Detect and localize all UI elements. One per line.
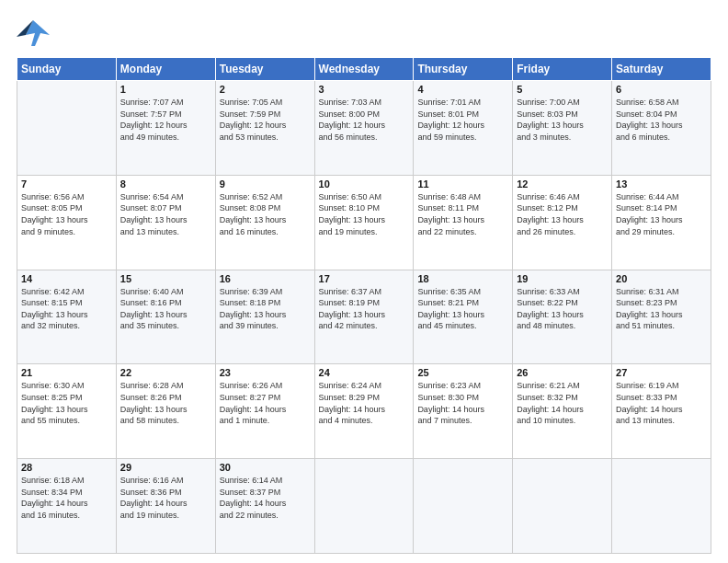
day-number: 27: [616, 367, 707, 378]
day-info: Sunrise: 6:31 AMSunset: 8:23 PMDaylight:…: [616, 286, 707, 332]
calendar-header: SundayMondayTuesdayWednesdayThursdayFrid…: [17, 58, 711, 81]
day-number: 26: [517, 367, 608, 378]
day-number: 25: [417, 367, 508, 378]
day-number: 1: [120, 84, 211, 95]
day-number: 10: [319, 178, 410, 190]
day-cell: 5Sunrise: 7:00 AMSunset: 8:03 PMDaylight…: [513, 81, 612, 176]
day-number: 14: [21, 273, 112, 284]
day-number: 11: [417, 178, 508, 190]
day-number: 3: [319, 84, 410, 95]
day-cell: 24Sunrise: 6:24 AMSunset: 8:29 PMDayligh…: [314, 364, 414, 459]
day-info: Sunrise: 6:18 AMSunset: 8:34 PMDaylight:…: [21, 475, 112, 521]
day-info: Sunrise: 6:30 AMSunset: 8:25 PMDaylight:…: [21, 380, 112, 426]
day-number: 5: [517, 84, 608, 95]
day-number: 30: [220, 462, 311, 473]
day-cell: 10Sunrise: 6:50 AMSunset: 8:10 PMDayligh…: [314, 175, 414, 270]
day-info: Sunrise: 7:05 AMSunset: 7:59 PMDaylight:…: [220, 97, 311, 143]
day-info: Sunrise: 6:50 AMSunset: 8:10 PMDaylight:…: [319, 191, 410, 237]
day-cell: [314, 459, 414, 554]
day-cell: 2Sunrise: 7:05 AMSunset: 7:59 PMDaylight…: [215, 81, 314, 176]
day-cell: 28Sunrise: 6:18 AMSunset: 8:34 PMDayligh…: [17, 459, 117, 554]
day-info: Sunrise: 7:01 AMSunset: 8:01 PMDaylight:…: [417, 97, 508, 143]
day-cell: 15Sunrise: 6:40 AMSunset: 8:16 PMDayligh…: [116, 270, 215, 364]
day-number: 23: [220, 367, 311, 378]
header-row: SundayMondayTuesdayWednesdayThursdayFrid…: [17, 58, 711, 81]
day-number: 7: [21, 178, 112, 190]
day-info: Sunrise: 6:37 AMSunset: 8:19 PMDaylight:…: [319, 286, 410, 332]
day-cell: 29Sunrise: 6:16 AMSunset: 8:36 PMDayligh…: [116, 459, 215, 554]
day-info: Sunrise: 7:03 AMSunset: 8:00 PMDaylight:…: [319, 97, 410, 143]
day-info: Sunrise: 6:21 AMSunset: 8:32 PMDaylight:…: [517, 380, 608, 426]
day-cell: [17, 81, 117, 176]
week-row-3: 14Sunrise: 6:42 AMSunset: 8:15 PMDayligh…: [17, 270, 711, 364]
week-row-4: 21Sunrise: 6:30 AMSunset: 8:25 PMDayligh…: [17, 364, 711, 459]
logo-bird-icon: [17, 17, 50, 50]
day-info: Sunrise: 6:35 AMSunset: 8:21 PMDaylight:…: [417, 286, 508, 332]
day-info: Sunrise: 6:33 AMSunset: 8:22 PMDaylight:…: [517, 286, 608, 332]
day-header-wednesday: Wednesday: [314, 58, 414, 81]
day-cell: 27Sunrise: 6:19 AMSunset: 8:33 PMDayligh…: [612, 364, 711, 459]
day-number: 28: [21, 462, 112, 473]
day-header-saturday: Saturday: [612, 58, 711, 81]
day-number: 17: [319, 273, 410, 284]
day-number: 18: [417, 273, 508, 284]
day-number: 21: [21, 367, 112, 378]
day-cell: 4Sunrise: 7:01 AMSunset: 8:01 PMDaylight…: [414, 81, 513, 176]
day-cell: 7Sunrise: 6:56 AMSunset: 8:05 PMDaylight…: [17, 175, 117, 270]
day-number: 9: [220, 178, 311, 190]
day-cell: 9Sunrise: 6:52 AMSunset: 8:08 PMDaylight…: [215, 175, 314, 270]
day-cell: 20Sunrise: 6:31 AMSunset: 8:23 PMDayligh…: [612, 270, 711, 364]
day-cell: 1Sunrise: 7:07 AMSunset: 7:57 PMDaylight…: [116, 81, 215, 176]
day-cell: 3Sunrise: 7:03 AMSunset: 8:00 PMDaylight…: [314, 81, 414, 176]
day-info: Sunrise: 6:19 AMSunset: 8:33 PMDaylight:…: [616, 380, 707, 426]
logo: [17, 17, 53, 50]
day-number: 22: [120, 367, 211, 378]
header: [17, 17, 711, 50]
day-info: Sunrise: 7:00 AMSunset: 8:03 PMDaylight:…: [517, 97, 608, 143]
day-info: Sunrise: 6:16 AMSunset: 8:36 PMDaylight:…: [120, 475, 211, 521]
day-number: 19: [517, 273, 608, 284]
day-cell: 30Sunrise: 6:14 AMSunset: 8:37 PMDayligh…: [215, 459, 314, 554]
day-number: 12: [517, 178, 608, 190]
day-cell: 26Sunrise: 6:21 AMSunset: 8:32 PMDayligh…: [513, 364, 612, 459]
day-cell: 19Sunrise: 6:33 AMSunset: 8:22 PMDayligh…: [513, 270, 612, 364]
day-cell: 12Sunrise: 6:46 AMSunset: 8:12 PMDayligh…: [513, 175, 612, 270]
day-info: Sunrise: 6:52 AMSunset: 8:08 PMDaylight:…: [220, 191, 311, 237]
day-number: 16: [220, 273, 311, 284]
day-info: Sunrise: 6:40 AMSunset: 8:16 PMDaylight:…: [120, 286, 211, 332]
day-cell: 18Sunrise: 6:35 AMSunset: 8:21 PMDayligh…: [414, 270, 513, 364]
day-cell: 17Sunrise: 6:37 AMSunset: 8:19 PMDayligh…: [314, 270, 414, 364]
day-cell: 21Sunrise: 6:30 AMSunset: 8:25 PMDayligh…: [17, 364, 117, 459]
week-row-2: 7Sunrise: 6:56 AMSunset: 8:05 PMDaylight…: [17, 175, 711, 270]
day-info: Sunrise: 6:58 AMSunset: 8:04 PMDaylight:…: [616, 97, 707, 143]
day-cell: [414, 459, 513, 554]
day-cell: 14Sunrise: 6:42 AMSunset: 8:15 PMDayligh…: [17, 270, 117, 364]
day-number: 24: [319, 367, 410, 378]
day-info: Sunrise: 6:24 AMSunset: 8:29 PMDaylight:…: [319, 380, 410, 426]
day-info: Sunrise: 6:56 AMSunset: 8:05 PMDaylight:…: [21, 191, 112, 237]
day-info: Sunrise: 6:26 AMSunset: 8:27 PMDaylight:…: [220, 380, 311, 426]
day-cell: 16Sunrise: 6:39 AMSunset: 8:18 PMDayligh…: [215, 270, 314, 364]
day-number: 29: [120, 462, 211, 473]
day-info: Sunrise: 6:14 AMSunset: 8:37 PMDaylight:…: [220, 475, 311, 521]
day-cell: 25Sunrise: 6:23 AMSunset: 8:30 PMDayligh…: [414, 364, 513, 459]
day-info: Sunrise: 6:28 AMSunset: 8:26 PMDaylight:…: [120, 380, 211, 426]
day-number: 15: [120, 273, 211, 284]
day-cell: 6Sunrise: 6:58 AMSunset: 8:04 PMDaylight…: [612, 81, 711, 176]
day-header-monday: Monday: [116, 58, 215, 81]
day-cell: 22Sunrise: 6:28 AMSunset: 8:26 PMDayligh…: [116, 364, 215, 459]
day-cell: 8Sunrise: 6:54 AMSunset: 8:07 PMDaylight…: [116, 175, 215, 270]
day-number: 13: [616, 178, 707, 190]
day-number: 6: [616, 84, 707, 95]
day-cell: 23Sunrise: 6:26 AMSunset: 8:27 PMDayligh…: [215, 364, 314, 459]
page: SundayMondayTuesdayWednesdayThursdayFrid…: [0, 0, 728, 563]
calendar-body: 1Sunrise: 7:07 AMSunset: 7:57 PMDaylight…: [17, 81, 711, 554]
day-info: Sunrise: 6:23 AMSunset: 8:30 PMDaylight:…: [417, 380, 508, 426]
day-cell: 13Sunrise: 6:44 AMSunset: 8:14 PMDayligh…: [612, 175, 711, 270]
day-info: Sunrise: 6:46 AMSunset: 8:12 PMDaylight:…: [517, 191, 608, 237]
day-number: 2: [220, 84, 311, 95]
day-header-thursday: Thursday: [414, 58, 513, 81]
day-cell: 11Sunrise: 6:48 AMSunset: 8:11 PMDayligh…: [414, 175, 513, 270]
day-header-sunday: Sunday: [17, 58, 117, 81]
week-row-5: 28Sunrise: 6:18 AMSunset: 8:34 PMDayligh…: [17, 459, 711, 554]
